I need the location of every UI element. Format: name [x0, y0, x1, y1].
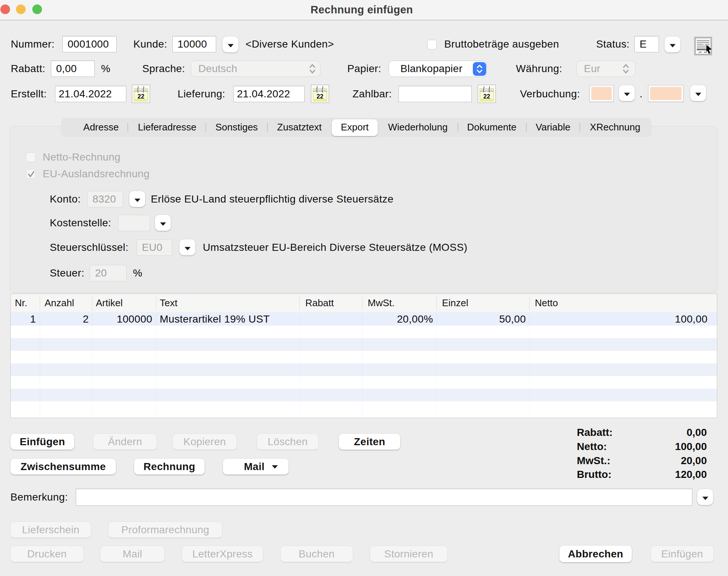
- svg-text:22: 22: [483, 93, 490, 100]
- svg-text:22: 22: [137, 93, 144, 100]
- svg-text:22: 22: [316, 93, 323, 100]
